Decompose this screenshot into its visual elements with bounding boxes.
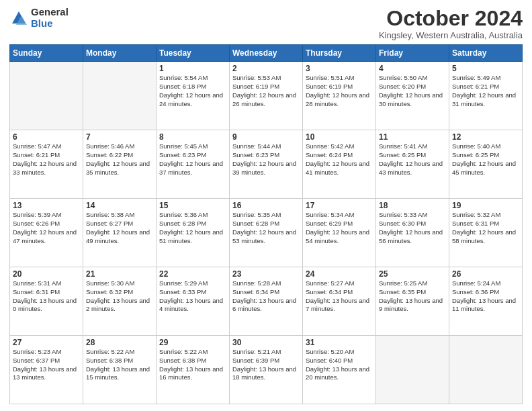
calendar-cell: 19Sunrise: 5:32 AM Sunset: 6:31 PM Dayli… [449, 199, 523, 267]
day-number: 9 [232, 132, 300, 142]
calendar-cell: 8Sunrise: 5:45 AM Sunset: 6:23 PM Daylig… [157, 130, 230, 199]
calendar-day-header: Sunday [10, 45, 83, 62]
day-info: Sunrise: 5:24 AM Sunset: 6:36 PM Dayligh… [452, 279, 519, 314]
day-info: Sunrise: 5:31 AM Sunset: 6:31 PM Dayligh… [13, 279, 80, 314]
day-info: Sunrise: 5:44 AM Sunset: 6:23 PM Dayligh… [232, 142, 300, 177]
logo-general-text: General [31, 7, 69, 18]
day-number: 11 [379, 132, 446, 142]
calendar-cell: 18Sunrise: 5:33 AM Sunset: 6:30 PM Dayli… [376, 199, 449, 267]
day-info: Sunrise: 5:51 AM Sunset: 6:19 PM Dayligh… [306, 74, 373, 108]
day-number: 22 [159, 269, 226, 279]
day-info: Sunrise: 5:27 AM Sunset: 6:34 PM Dayligh… [306, 279, 373, 314]
calendar-table: SundayMondayTuesdayWednesdayThursdayFrid… [9, 44, 523, 404]
calendar-week-row: 27Sunrise: 5:23 AM Sunset: 6:37 PM Dayli… [10, 336, 523, 404]
day-info: Sunrise: 5:49 AM Sunset: 6:21 PM Dayligh… [452, 74, 519, 108]
day-number: 25 [379, 269, 446, 279]
day-number: 15 [159, 201, 226, 210]
calendar-cell [376, 336, 449, 404]
day-info: Sunrise: 5:41 AM Sunset: 6:25 PM Dayligh… [379, 142, 446, 177]
day-info: Sunrise: 5:22 AM Sunset: 6:38 PM Dayligh… [159, 348, 226, 382]
day-info: Sunrise: 5:38 AM Sunset: 6:27 PM Dayligh… [86, 211, 153, 245]
day-number: 4 [379, 64, 446, 73]
calendar-cell [83, 62, 157, 130]
calendar-week-row: 6Sunrise: 5:47 AM Sunset: 6:21 PM Daylig… [10, 130, 523, 199]
day-number: 21 [86, 269, 153, 279]
calendar-week-row: 1Sunrise: 5:54 AM Sunset: 6:18 PM Daylig… [10, 62, 523, 130]
day-number: 19 [452, 201, 519, 210]
day-info: Sunrise: 5:23 AM Sunset: 6:37 PM Dayligh… [13, 348, 80, 382]
day-number: 14 [86, 201, 153, 210]
calendar-cell: 6Sunrise: 5:47 AM Sunset: 6:21 PM Daylig… [10, 130, 83, 199]
day-info: Sunrise: 5:39 AM Sunset: 6:26 PM Dayligh… [13, 211, 80, 245]
calendar-cell: 7Sunrise: 5:46 AM Sunset: 6:22 PM Daylig… [83, 130, 157, 199]
calendar-cell: 30Sunrise: 5:21 AM Sunset: 6:39 PM Dayli… [230, 336, 303, 404]
calendar-cell: 12Sunrise: 5:40 AM Sunset: 6:25 PM Dayli… [449, 130, 523, 199]
calendar-header-row: SundayMondayTuesdayWednesdayThursdayFrid… [10, 45, 523, 62]
calendar-cell: 11Sunrise: 5:41 AM Sunset: 6:25 PM Dayli… [376, 130, 449, 199]
day-info: Sunrise: 5:53 AM Sunset: 6:19 PM Dayligh… [232, 74, 300, 108]
calendar-cell: 29Sunrise: 5:22 AM Sunset: 6:38 PM Dayli… [157, 336, 230, 404]
day-number: 20 [13, 269, 80, 279]
calendar-cell: 17Sunrise: 5:34 AM Sunset: 6:29 PM Dayli… [303, 199, 376, 267]
calendar-day-header: Thursday [303, 45, 376, 62]
calendar-day-header: Saturday [449, 45, 523, 62]
day-number: 17 [306, 201, 373, 210]
logo-text: General Blue [31, 7, 69, 29]
day-info: Sunrise: 5:32 AM Sunset: 6:31 PM Dayligh… [452, 211, 519, 245]
day-info: Sunrise: 5:47 AM Sunset: 6:21 PM Dayligh… [13, 142, 80, 177]
calendar-cell: 20Sunrise: 5:31 AM Sunset: 6:31 PM Dayli… [10, 267, 83, 336]
calendar-cell: 14Sunrise: 5:38 AM Sunset: 6:27 PM Dayli… [83, 199, 157, 267]
day-info: Sunrise: 5:42 AM Sunset: 6:24 PM Dayligh… [306, 142, 373, 177]
calendar-cell: 22Sunrise: 5:29 AM Sunset: 6:33 PM Dayli… [157, 267, 230, 336]
calendar-cell: 31Sunrise: 5:20 AM Sunset: 6:40 PM Dayli… [303, 336, 376, 404]
calendar-cell: 4Sunrise: 5:50 AM Sunset: 6:20 PM Daylig… [376, 62, 449, 130]
day-info: Sunrise: 5:40 AM Sunset: 6:25 PM Dayligh… [452, 142, 519, 177]
day-info: Sunrise: 5:22 AM Sunset: 6:38 PM Dayligh… [86, 348, 153, 382]
day-number: 24 [306, 269, 373, 279]
day-number: 10 [306, 132, 373, 142]
calendar-day-header: Friday [376, 45, 449, 62]
calendar-body: 1Sunrise: 5:54 AM Sunset: 6:18 PM Daylig… [10, 62, 523, 404]
day-number: 3 [306, 64, 373, 73]
day-info: Sunrise: 5:54 AM Sunset: 6:18 PM Dayligh… [159, 74, 226, 108]
calendar-cell: 23Sunrise: 5:28 AM Sunset: 6:34 PM Dayli… [230, 267, 303, 336]
day-number: 12 [452, 132, 519, 142]
day-number: 2 [232, 64, 300, 73]
day-info: Sunrise: 5:30 AM Sunset: 6:32 PM Dayligh… [86, 279, 153, 314]
day-info: Sunrise: 5:25 AM Sunset: 6:35 PM Dayligh… [379, 279, 446, 314]
day-number: 23 [232, 269, 300, 279]
title-block: October 2024 Kingsley, Western Australia… [379, 7, 523, 40]
day-info: Sunrise: 5:29 AM Sunset: 6:33 PM Dayligh… [159, 279, 226, 314]
calendar-cell: 27Sunrise: 5:23 AM Sunset: 6:37 PM Dayli… [10, 336, 83, 404]
day-number: 8 [159, 132, 226, 142]
day-info: Sunrise: 5:20 AM Sunset: 6:40 PM Dayligh… [306, 348, 373, 382]
day-number: 13 [13, 201, 80, 210]
calendar-cell: 1Sunrise: 5:54 AM Sunset: 6:18 PM Daylig… [157, 62, 230, 130]
day-info: Sunrise: 5:50 AM Sunset: 6:20 PM Dayligh… [379, 74, 446, 108]
day-number: 7 [86, 132, 153, 142]
calendar-cell: 13Sunrise: 5:39 AM Sunset: 6:26 PM Dayli… [10, 199, 83, 267]
calendar-cell: 21Sunrise: 5:30 AM Sunset: 6:32 PM Dayli… [83, 267, 157, 336]
page: General Blue October 2024 Kingsley, West… [0, 0, 532, 411]
day-number: 6 [13, 132, 80, 142]
logo-blue-text: Blue [31, 18, 69, 30]
logo: General Blue [9, 7, 69, 29]
day-info: Sunrise: 5:46 AM Sunset: 6:22 PM Dayligh… [86, 142, 153, 177]
day-number: 31 [306, 338, 373, 347]
day-number: 28 [86, 338, 153, 347]
calendar-cell: 10Sunrise: 5:42 AM Sunset: 6:24 PM Dayli… [303, 130, 376, 199]
day-number: 27 [13, 338, 80, 347]
day-number: 30 [232, 338, 300, 347]
logo-icon [9, 9, 28, 28]
day-number: 26 [452, 269, 519, 279]
day-number: 16 [232, 201, 300, 210]
day-number: 5 [452, 64, 519, 73]
calendar-cell: 2Sunrise: 5:53 AM Sunset: 6:19 PM Daylig… [230, 62, 303, 130]
calendar-day-header: Tuesday [157, 45, 230, 62]
day-info: Sunrise: 5:35 AM Sunset: 6:28 PM Dayligh… [232, 211, 300, 245]
main-title: October 2024 [379, 7, 523, 30]
calendar-cell [10, 62, 83, 130]
calendar-cell: 15Sunrise: 5:36 AM Sunset: 6:28 PM Dayli… [157, 199, 230, 267]
calendar-cell: 24Sunrise: 5:27 AM Sunset: 6:34 PM Dayli… [303, 267, 376, 336]
calendar-cell [449, 336, 523, 404]
